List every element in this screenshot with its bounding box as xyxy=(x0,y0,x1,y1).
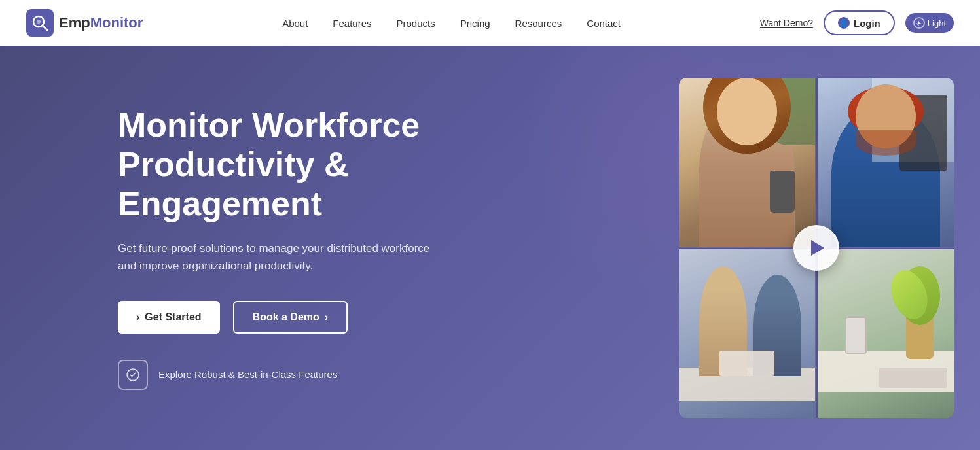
nav-item-about[interactable]: About xyxy=(273,2,317,44)
hero-subtitle: Get future-proof solutions to manage you… xyxy=(118,239,432,275)
svg-line-1 xyxy=(43,26,47,30)
nav-item-products[interactable]: Products xyxy=(388,2,445,44)
image-cell-woman xyxy=(679,78,815,247)
brand-logo[interactable]: EmpMonitor xyxy=(26,9,143,37)
play-button[interactable] xyxy=(793,225,839,271)
hero-content: Monitor Workforce Productivity & Engagem… xyxy=(118,106,511,390)
hero-title: Monitor Workforce Productivity & Engagem… xyxy=(118,106,511,223)
login-button[interactable]: 👤 Login xyxy=(824,10,895,35)
hero-section: Monitor Workforce Productivity & Engagem… xyxy=(0,46,980,450)
image-cell-man xyxy=(818,78,954,247)
nav-item-contact[interactable]: Contact xyxy=(577,2,630,44)
login-icon: 👤 xyxy=(838,17,850,29)
logo-icon xyxy=(26,9,54,37)
navbar: EmpMonitor About Features Products Prici… xyxy=(0,0,980,46)
nav-item-resources[interactable]: Resources xyxy=(506,2,572,44)
hero-buttons: › Get Started Book a Demo › xyxy=(118,301,511,334)
get-started-button[interactable]: › Get Started xyxy=(118,301,220,334)
nav-item-features[interactable]: Features xyxy=(323,2,380,44)
svg-point-2 xyxy=(37,20,41,24)
theme-toggle-icon: ☀ xyxy=(913,17,925,29)
book-demo-button[interactable]: Book a Demo › xyxy=(233,301,348,334)
features-icon-box xyxy=(118,360,148,390)
hero-features[interactable]: Explore Robust & Best-in-Class Features xyxy=(118,360,511,390)
book-demo-arrow: › xyxy=(325,311,328,323)
logo-text: EmpMonitor xyxy=(59,14,143,31)
hero-image-grid xyxy=(679,78,954,418)
want-demo-link[interactable]: Want Demo? xyxy=(760,18,813,28)
image-cell-desk xyxy=(818,249,954,418)
feature-label: Explore Robust & Best-in-Class Features xyxy=(158,369,337,380)
navbar-actions: Want Demo? 👤 Login ☀ Light xyxy=(760,10,954,35)
play-triangle-icon xyxy=(811,240,824,256)
image-cell-office-meeting xyxy=(679,249,815,418)
theme-toggle[interactable]: ☀ Light xyxy=(905,13,954,33)
get-started-arrow: › xyxy=(136,311,139,323)
nav-links: About Features Products Pricing Resource… xyxy=(273,2,630,44)
nav-item-pricing[interactable]: Pricing xyxy=(451,2,499,44)
